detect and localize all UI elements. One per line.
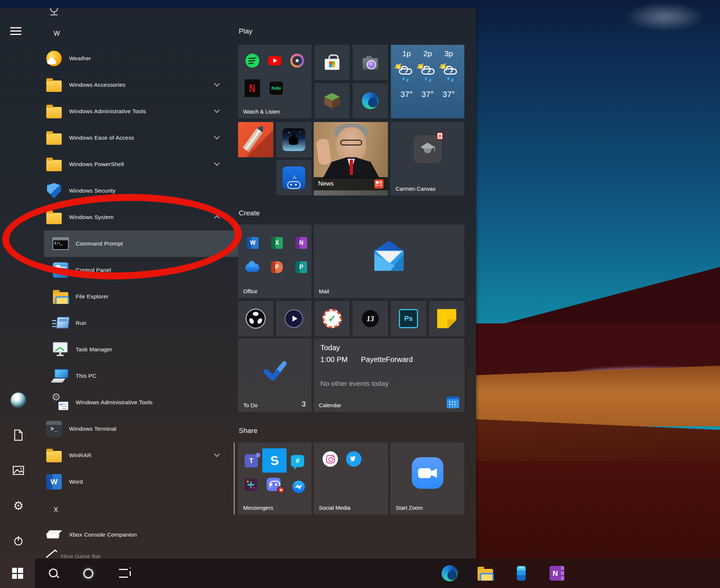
notification-badge: 0 <box>437 132 443 140</box>
tile-group-title-create[interactable]: Create <box>239 209 260 217</box>
app-item-weather[interactable]: Weather <box>37 45 238 72</box>
camera-icon <box>363 58 378 69</box>
tile-news[interactable]: News <box>314 122 388 196</box>
tile-task-check[interactable]: ✓ <box>314 301 350 336</box>
chevron-down-icon[interactable] <box>214 160 220 166</box>
app-item-file-explorer[interactable]: File Explorer <box>37 283 238 310</box>
tile-label: News <box>318 180 334 187</box>
app-item-this-pc[interactable]: This PC <box>37 363 238 389</box>
calendar-icon <box>447 397 459 408</box>
tile-obs-studio[interactable] <box>238 301 273 336</box>
app-item-winrar[interactable]: WinRAR <box>37 442 238 469</box>
taskbar-file-explorer-button[interactable] <box>468 559 503 588</box>
chevron-down-icon[interactable] <box>214 81 220 87</box>
voice-recorder-partial-icon[interactable] <box>50 8 58 15</box>
tile-camera[interactable] <box>353 45 388 80</box>
screen: ⚙ W Weather Windows Accessories Windows … <box>0 0 720 588</box>
app-item-xbox-game-bar-partial[interactable]: Xbox Game Bar <box>37 548 238 559</box>
control-panel-icon <box>53 262 68 278</box>
calendar-event-time: 1:00 PM <box>320 355 348 364</box>
app-item-command-prompt[interactable]: C:\_ Command Prompt <box>37 230 238 257</box>
tile-mail[interactable]: Mail <box>314 225 464 298</box>
mail-envelope-icon <box>373 241 405 271</box>
app-item-xbox-console-companion[interactable]: Xbox Console Companion <box>37 521 238 548</box>
weather-time: 3p <box>444 49 453 58</box>
folder-icon <box>46 133 62 145</box>
taskbar-onenote-button[interactable]: N <box>539 559 574 588</box>
tile-kindle[interactable] <box>276 122 312 157</box>
youtube-icon <box>268 56 281 65</box>
tile-label: Start Zoom <box>396 505 423 511</box>
section-header-w[interactable]: W <box>37 24 60 43</box>
tile-minecraft[interactable] <box>314 83 350 118</box>
tile-to-do[interactable]: To Do 3 <box>238 338 312 412</box>
app-item-windows-ease-of-access[interactable]: Windows Ease of Access <box>37 125 238 151</box>
folder-icon <box>46 160 62 171</box>
app-item-run[interactable]: Run <box>37 310 238 336</box>
todo-check-icon <box>262 359 288 381</box>
chevron-down-icon[interactable] <box>214 107 220 113</box>
search-button[interactable] <box>36 559 71 588</box>
section-header-x[interactable]: X <box>37 501 58 519</box>
tile-label: Social Media <box>319 505 350 511</box>
folder-icon <box>46 213 62 224</box>
photoshop-icon: Ps <box>399 309 418 328</box>
app-item-windows-accessories[interactable]: Windows Accessories <box>37 72 238 98</box>
pictures-icon <box>12 466 24 475</box>
run-icon <box>52 317 69 329</box>
settings-button[interactable]: ⚙ <box>10 498 26 514</box>
weather-temp: 37° <box>400 90 413 99</box>
start-button[interactable] <box>0 559 35 588</box>
documents-button[interactable] <box>10 427 26 443</box>
chevron-down-icon[interactable] <box>214 134 220 140</box>
chevron-down-icon[interactable] <box>214 451 220 457</box>
zoom-icon <box>412 457 443 489</box>
tile-watch-and-listen[interactable]: N hulu Watch & Listen <box>238 45 312 118</box>
tile-sketchbook[interactable] <box>238 122 273 157</box>
app-item-control-panel[interactable]: Control Panel <box>37 257 238 283</box>
canvas-app-icon: 0 <box>414 135 442 163</box>
tile-social-media[interactable]: Social Media <box>314 442 388 514</box>
tile-label: Mail <box>319 288 329 294</box>
app-item-windows-powershell[interactable]: Windows PowerShell <box>37 151 238 178</box>
cortana-button[interactable] <box>71 559 106 588</box>
tile-start-zoom[interactable]: Start Zoom <box>390 442 464 514</box>
command-prompt-icon: C:\_ <box>53 237 69 250</box>
windows-logo-icon <box>12 568 23 579</box>
tile-group-title-share[interactable]: Share <box>239 427 258 435</box>
pictures-button[interactable] <box>10 462 26 478</box>
weather-time: 2p <box>423 49 432 58</box>
app-item-task-manager[interactable]: Task Manager <box>37 336 238 363</box>
tile-photoshop[interactable]: Ps <box>391 301 426 336</box>
user-account-button[interactable] <box>10 392 26 408</box>
messenger-icon <box>292 481 305 493</box>
tile-sticky-notes[interactable] <box>429 301 464 336</box>
scroll-indicator[interactable] <box>234 442 235 514</box>
app-item-windows-administrative-tools-shortcut[interactable]: Windows Administrative Tools <box>37 389 238 416</box>
app-item-windows-security[interactable]: Windows Security <box>37 178 238 204</box>
tile-carmen-canvas[interactable]: 0 Carmen Canvas <box>390 122 464 196</box>
tile-thirteen[interactable]: 13 <box>353 301 388 336</box>
folder-icon <box>46 80 62 92</box>
app-item-windows-administrative-tools[interactable]: Windows Administrative Tools <box>37 98 238 125</box>
hamburger-menu-button[interactable] <box>10 27 21 35</box>
tile-weather[interactable]: 1p 2p 3p 37° 37° 37° <box>391 45 464 118</box>
taskbar-your-phone-button[interactable] <box>504 559 539 588</box>
taskbar-edge-button[interactable] <box>432 559 467 588</box>
tile-calendar[interactable]: Today 1:00 PM PayetteForward No other ev… <box>314 338 464 412</box>
power-button[interactable] <box>10 533 26 549</box>
app-item-windows-terminal[interactable]: >_ Windows Terminal <box>37 416 238 442</box>
app-item-windows-system[interactable]: Windows System <box>37 204 238 230</box>
tile-xbox-app[interactable] <box>276 160 312 195</box>
twitter-icon <box>346 451 361 467</box>
chevron-up-icon[interactable] <box>214 215 220 221</box>
timer-check-icon: ✓ <box>323 309 342 328</box>
tile-media-player[interactable] <box>276 301 312 336</box>
app-item-word[interactable]: W Word <box>37 469 238 495</box>
tile-edge[interactable] <box>353 83 388 118</box>
tile-messengers[interactable]: T S # Messengers <box>238 442 312 514</box>
tile-microsoft-store[interactable] <box>314 45 350 80</box>
tile-office[interactable]: W X N P P Office <box>238 225 312 298</box>
tile-group-title-play[interactable]: Play <box>239 27 252 35</box>
task-view-button[interactable] <box>106 559 141 588</box>
